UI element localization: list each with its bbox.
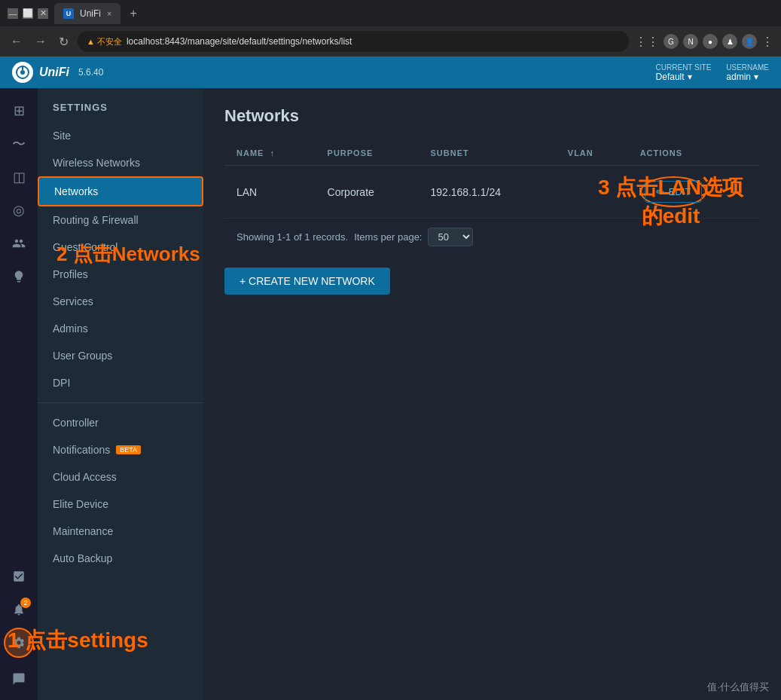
back-button[interactable]: ← bbox=[8, 32, 26, 51]
sidebar-item-map[interactable]: ◫ bbox=[4, 162, 34, 192]
extension-2[interactable]: N bbox=[683, 34, 698, 49]
table-row: LAN Corporate 192.168.1.1/24 ✏ EDIT bbox=[224, 166, 760, 219]
sidebar-item-controller[interactable]: Controller bbox=[38, 409, 203, 436]
sidebar-item-profiles[interactable]: Profiles bbox=[38, 261, 203, 288]
networks-table: NAME ↑ PURPOSE SUBNET VLAN ACTIONS LAN C… bbox=[224, 141, 760, 219]
sidebar-item-admins-label: Admins bbox=[53, 322, 88, 335]
sidebar-item-insights[interactable] bbox=[4, 261, 34, 292]
sidebar-item-site-label: Site bbox=[53, 130, 71, 142]
user-chevron-icon: ▾ bbox=[754, 72, 758, 82]
svg-point-1 bbox=[20, 70, 25, 75]
browser-addressbar: ← → ↻ ▲ 不安全 localhost:8443/manage/site/d… bbox=[0, 26, 781, 57]
sidebar-item-elite-device[interactable]: Elite Device bbox=[38, 491, 203, 518]
watermark: 值·什么值得买 bbox=[707, 680, 769, 694]
minimize-button[interactable]: — bbox=[8, 8, 18, 19]
cell-subnet: 192.168.1.1/24 bbox=[419, 166, 556, 219]
browser-action-icons: ⋮⋮ G N ● ♟ 👤 ⋮ bbox=[635, 34, 773, 49]
edit-button[interactable]: ✏ EDIT bbox=[645, 181, 703, 203]
sidebar-item-guest-label: Guest Control bbox=[53, 241, 117, 253]
sidebar-item-dashboard[interactable]: ⊞ bbox=[4, 96, 34, 126]
per-page-select[interactable]: 50 25 100 bbox=[428, 228, 473, 246]
beta-badge: BETA bbox=[116, 445, 141, 454]
cell-purpose: Corporate bbox=[316, 166, 419, 219]
col-vlan[interactable]: VLAN bbox=[556, 141, 628, 166]
sidebar-item-networks[interactable]: Networks bbox=[38, 176, 203, 206]
extension-4[interactable]: ♟ bbox=[722, 34, 737, 49]
forward-button[interactable]: → bbox=[32, 32, 50, 51]
tab-close-icon[interactable]: × bbox=[107, 9, 111, 18]
cell-name: LAN bbox=[224, 166, 316, 219]
sidebar-item-services[interactable]: Services bbox=[38, 288, 203, 315]
settings-nav-icon[interactable] bbox=[4, 628, 34, 658]
header-right: CURRENT SITE Default ▾ USERNAME admin ▾ bbox=[656, 63, 769, 82]
col-subnet[interactable]: SUBNET bbox=[419, 141, 556, 166]
sidebar-separator bbox=[38, 402, 203, 403]
help-icon[interactable] bbox=[4, 664, 34, 694]
security-warning: ▲ 不安全 bbox=[87, 36, 122, 47]
create-network-button[interactable]: + CREATE NEW NETWORK bbox=[224, 267, 390, 295]
sidebar-item-guest-control[interactable]: Guest Control bbox=[38, 234, 203, 261]
cell-actions: ✏ EDIT bbox=[628, 166, 760, 219]
col-name[interactable]: NAME ↑ bbox=[224, 141, 316, 166]
col-actions[interactable]: ACTIONS bbox=[628, 141, 760, 166]
sidebar-item-wireless-networks[interactable]: Wireless Networks bbox=[38, 149, 203, 176]
close-button[interactable]: ✕ bbox=[38, 8, 48, 19]
sidebar-item-notifications[interactable]: Notifications BETA bbox=[38, 436, 203, 463]
extension-1[interactable]: G bbox=[664, 34, 679, 49]
menu-button[interactable]: ⋮ bbox=[761, 35, 773, 49]
left-nav: ⊞ 〜 ◫ ◎ 2 bbox=[0, 88, 38, 700]
sidebar-item-dpi[interactable]: DPI bbox=[38, 369, 203, 396]
sidebar-item-maintenance-label: Maintenance bbox=[53, 525, 113, 537]
sidebar-item-user-groups[interactable]: User Groups bbox=[38, 342, 203, 369]
browser-tab[interactable]: U UniFi × bbox=[54, 3, 121, 24]
tasks-icon[interactable] bbox=[4, 561, 34, 591]
sidebar-item-cloud-label: Cloud Access bbox=[53, 471, 117, 483]
new-tab-button[interactable]: + bbox=[130, 7, 136, 20]
maximize-button[interactable]: ⬜ bbox=[23, 8, 33, 19]
col-purpose[interactable]: PURPOSE bbox=[316, 141, 419, 166]
sidebar-item-networks-label: Networks bbox=[54, 185, 98, 197]
unifi-icon bbox=[12, 62, 33, 83]
sidebar: SETTINGS Site Wireless Networks Networks… bbox=[38, 88, 203, 700]
sidebar-item-profiles-label: Profiles bbox=[53, 268, 88, 280]
notifications-badge: 2 bbox=[20, 598, 31, 608]
current-site-label: CURRENT SITE bbox=[656, 63, 712, 72]
sidebar-item-cloud-access[interactable]: Cloud Access bbox=[38, 463, 203, 491]
sidebar-item-stats[interactable]: 〜 bbox=[4, 129, 34, 159]
sidebar-item-wireless-networks-label: Wireless Networks bbox=[53, 157, 140, 169]
sidebar-item-routing-firewall[interactable]: Routing & Firewall bbox=[38, 206, 203, 234]
items-per-page-label: Items per page: bbox=[354, 231, 422, 243]
sidebar-item-admins[interactable]: Admins bbox=[38, 315, 203, 342]
sidebar-item-clients[interactable] bbox=[4, 228, 34, 258]
pagination-row: Showing 1-1 of 1 records. Items per page… bbox=[224, 219, 760, 255]
site-chevron-icon: ▾ bbox=[688, 72, 692, 82]
extension-5[interactable]: 👤 bbox=[742, 34, 757, 49]
page-title: Networks bbox=[224, 106, 760, 126]
user-info[interactable]: USERNAME admin ▾ bbox=[726, 63, 769, 82]
sidebar-item-dpi-label: DPI bbox=[53, 377, 70, 389]
address-bar[interactable]: ▲ 不安全 localhost:8443/manage/site/default… bbox=[78, 31, 629, 52]
sidebar-item-auto-backup-label: Auto Backup bbox=[53, 552, 112, 564]
sidebar-item-devices[interactable]: ◎ bbox=[4, 195, 34, 225]
sidebar-item-auto-backup[interactable]: Auto Backup bbox=[38, 545, 203, 572]
main-content: Networks NAME ↑ PURPOSE SUBNET VLAN ACTI… bbox=[203, 88, 781, 700]
sidebar-item-site[interactable]: Site bbox=[38, 122, 203, 149]
sidebar-item-services-label: Services bbox=[53, 295, 93, 307]
username-label: USERNAME bbox=[726, 63, 769, 72]
sidebar-item-user-groups-label: User Groups bbox=[53, 350, 112, 362]
unifi-logo: UniFi bbox=[12, 62, 69, 83]
app-header: UniFi 5.6.40 CURRENT SITE Default ▾ USER… bbox=[0, 57, 781, 88]
browser-titlebar: — ⬜ ✕ U UniFi × + bbox=[0, 0, 781, 26]
cell-vlan bbox=[556, 166, 628, 219]
current-site-info[interactable]: CURRENT SITE Default ▾ bbox=[656, 63, 712, 82]
sidebar-item-maintenance[interactable]: Maintenance bbox=[38, 518, 203, 545]
sidebar-item-routing-label: Routing & Firewall bbox=[53, 214, 139, 226]
window-controls[interactable]: — ⬜ ✕ bbox=[8, 8, 48, 19]
notifications-icon[interactable]: 2 bbox=[4, 595, 34, 625]
extension-3[interactable]: ● bbox=[703, 34, 718, 49]
tab-title: UniFi bbox=[80, 8, 101, 19]
refresh-button[interactable]: ↻ bbox=[56, 32, 72, 52]
tab-favicon: U bbox=[63, 8, 74, 19]
edit-pencil-icon: ✏ bbox=[656, 186, 664, 197]
sidebar-item-elite-label: Elite Device bbox=[53, 498, 108, 510]
